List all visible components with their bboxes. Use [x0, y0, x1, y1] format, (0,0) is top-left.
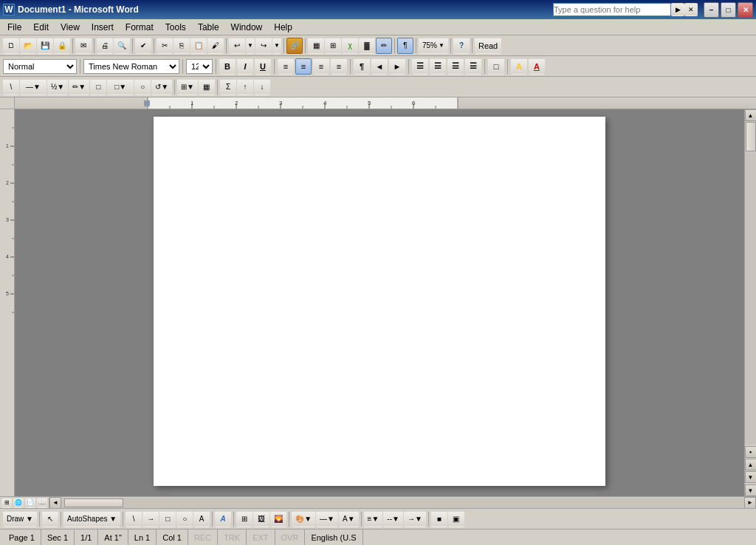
tb3-sortdesc[interactable]: ↓	[254, 79, 270, 95]
scroll-right-button[interactable]: ►	[744, 497, 756, 509]
increase-indent2-button[interactable]: ☰	[465, 58, 481, 75]
draw-arrow-button[interactable]: →	[142, 511, 159, 527]
menu-format[interactable]: Format	[120, 21, 159, 34]
outside-border-button[interactable]: □	[488, 58, 504, 75]
draw-line-button[interactable]: \	[126, 511, 142, 527]
font-color-draw-button[interactable]: A▼	[339, 511, 359, 527]
scroll-up-button[interactable]: ▲	[745, 109, 757, 121]
format-painter-button[interactable]: 🖌	[207, 38, 224, 54]
document-page[interactable]	[154, 117, 605, 486]
line-color-button[interactable]: —▼	[316, 511, 338, 527]
scroll-left-button[interactable]: ◄	[49, 497, 61, 509]
menu-table[interactable]: Table	[192, 21, 225, 34]
italic-button[interactable]: I	[237, 58, 253, 75]
tb3-rotate[interactable]: ↺▼	[151, 79, 172, 95]
permission-button[interactable]: 🔒	[54, 38, 70, 54]
scroll-track[interactable]	[745, 121, 757, 445]
print-layout[interactable]: 📄	[25, 498, 35, 508]
tb3-line-style[interactable]: —▼	[20, 79, 47, 95]
diagram-button[interactable]: ⊞	[236, 511, 252, 527]
redo-dropdown[interactable]: ▼	[272, 38, 281, 54]
prev-page-button[interactable]: ▲	[745, 459, 757, 470]
font-selector[interactable]: Times New Roman	[83, 59, 179, 74]
redo-button[interactable]: ↪	[255, 38, 272, 54]
cut-button[interactable]: ✂	[157, 38, 173, 54]
clipart-button[interactable]: 🖼	[253, 511, 269, 527]
bold-button[interactable]: B	[219, 58, 236, 75]
document-canvas[interactable]	[15, 109, 744, 496]
print-button[interactable]: 🖨	[97, 38, 113, 54]
menu-insert[interactable]: Insert	[86, 21, 120, 34]
read-button[interactable]: Read	[475, 38, 501, 54]
drawing-button[interactable]: ✏	[376, 38, 392, 54]
outline-view[interactable]: ⊞	[1, 498, 12, 508]
web-view[interactable]: 🌐	[13, 498, 24, 508]
numbering-button[interactable]: ☰	[430, 58, 446, 75]
tables-borders-button[interactable]: ▦	[308, 38, 324, 54]
arrow-style-button[interactable]: →▼	[404, 511, 426, 527]
insert-table-button[interactable]: ⊞	[325, 38, 341, 54]
tb3-pencil[interactable]: ✏▼	[69, 79, 89, 95]
undo-button[interactable]: ↩	[229, 38, 245, 54]
align-center-button[interactable]: ≡	[295, 58, 312, 75]
align-left-button[interactable]: ≡	[278, 58, 294, 75]
tb3-sortasc[interactable]: ↑	[237, 79, 253, 95]
fill-color-button[interactable]: 🎨▼	[292, 511, 315, 527]
menu-file[interactable]: File	[1, 21, 27, 34]
save-button[interactable]: 💾	[37, 38, 53, 54]
wordart-button[interactable]: A	[215, 511, 231, 527]
scroll-down-button[interactable]: ▼	[745, 484, 757, 496]
tb3-circles[interactable]: ○	[134, 79, 151, 95]
spelling-button[interactable]: ✔	[135, 38, 151, 54]
insert-excel-button[interactable]: χ	[342, 38, 358, 54]
decrease-indent-button[interactable]: ◄	[371, 58, 388, 75]
new-button[interactable]: 🗋	[3, 38, 19, 54]
show-hide-button[interactable]: ¶	[397, 38, 413, 54]
h-scroll-thumb[interactable]	[64, 498, 123, 507]
tb3-merge[interactable]: ▦	[199, 79, 215, 95]
draw-oval-button[interactable]: ○	[176, 511, 193, 527]
next-page-button[interactable]: ▼	[745, 471, 757, 483]
autoshapes-menu[interactable]: AutoShapes ▼	[63, 511, 120, 527]
increase-indent-button[interactable]: ►	[389, 58, 405, 75]
print-preview-button[interactable]: 🔍	[114, 38, 130, 54]
justify-button[interactable]: ≡	[331, 58, 347, 75]
tb3-rect[interactable]: □	[90, 79, 106, 95]
h-scroll-track[interactable]	[61, 498, 744, 508]
dash-style-button[interactable]: --▼	[383, 511, 403, 527]
paste-button[interactable]: 📋	[190, 38, 207, 54]
hyperlink-button[interactable]: 🔗	[286, 38, 303, 54]
font-size-selector[interactable]: 12	[186, 59, 213, 74]
highlight-button[interactable]: A	[511, 58, 527, 75]
align-right-button[interactable]: ≡	[313, 58, 329, 75]
menu-view[interactable]: View	[55, 21, 86, 34]
minimize-button[interactable]: –	[704, 2, 719, 18]
tb3-table[interactable]: ⊞▼	[177, 79, 198, 95]
email-button[interactable]: ✉	[75, 38, 92, 54]
line-spacing-button[interactable]: ¶	[354, 58, 370, 75]
draw-textbox-button[interactable]: A	[193, 511, 210, 527]
open-button[interactable]: 📂	[20, 38, 36, 54]
tb3-fraction[interactable]: ½▼	[47, 79, 68, 95]
3d-button[interactable]: ▣	[448, 511, 464, 527]
menu-window[interactable]: Window	[225, 21, 269, 34]
word-help-button[interactable]: ?	[453, 38, 470, 54]
tb3-sum[interactable]: Σ	[220, 79, 236, 95]
help-search-input[interactable]	[553, 3, 671, 16]
help-search-button[interactable]: ▶	[671, 3, 684, 16]
font-color-button[interactable]: A	[529, 58, 545, 75]
tb3-line[interactable]: \	[3, 79, 19, 95]
maximize-button[interactable]: □	[721, 2, 736, 18]
help-close-button[interactable]: ✕	[684, 3, 698, 16]
reading-layout[interactable]: 📖	[37, 498, 47, 508]
select-objects-button[interactable]: ↖	[42, 511, 58, 527]
menu-edit[interactable]: Edit	[27, 21, 55, 34]
underline-button[interactable]: U	[255, 58, 271, 75]
draw-menu[interactable]: Draw ▼	[3, 511, 37, 527]
line-style-button[interactable]: ≡▼	[364, 511, 383, 527]
menu-help[interactable]: Help	[268, 21, 298, 34]
menu-tools[interactable]: Tools	[159, 21, 192, 34]
tb3-shapes[interactable]: □▼	[107, 79, 134, 95]
columns-button[interactable]: ▓	[359, 38, 375, 54]
insert-picture-button[interactable]: 🌄	[270, 511, 286, 527]
